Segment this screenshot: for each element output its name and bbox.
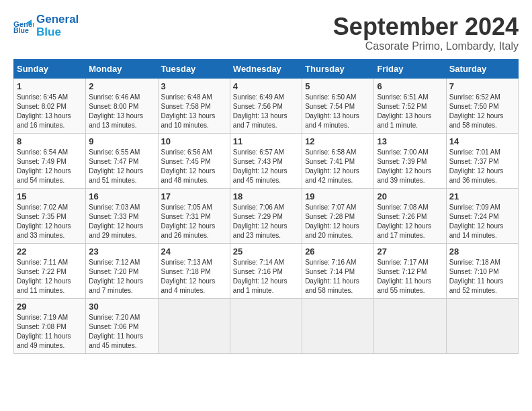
day-cell: 30Sunrise: 7:20 AM Sunset: 7:06 PM Dayli… (86, 298, 158, 353)
day-info: Sunrise: 6:51 AM Sunset: 7:52 PM Dayligh… (377, 93, 443, 130)
day-info: Sunrise: 7:16 AM Sunset: 7:14 PM Dayligh… (305, 258, 371, 295)
day-cell: 27Sunrise: 7:17 AM Sunset: 7:12 PM Dayli… (374, 243, 446, 298)
day-info: Sunrise: 6:46 AM Sunset: 8:00 PM Dayligh… (89, 93, 154, 130)
day-info: Sunrise: 7:11 AM Sunset: 7:22 PM Dayligh… (17, 258, 83, 295)
day-cell: 3Sunrise: 6:48 AM Sunset: 7:58 PM Daylig… (158, 78, 230, 133)
day-info: Sunrise: 7:08 AM Sunset: 7:26 PM Dayligh… (377, 203, 443, 240)
day-cell: 10Sunrise: 6:56 AM Sunset: 7:45 PM Dayli… (158, 133, 230, 188)
day-info: Sunrise: 7:12 AM Sunset: 7:20 PM Dayligh… (89, 258, 154, 295)
col-header-tuesday: Tuesday (158, 59, 230, 78)
day-number: 21 (449, 191, 515, 201)
day-number: 13 (377, 136, 443, 146)
col-header-wednesday: Wednesday (230, 59, 302, 78)
day-cell: 4Sunrise: 6:49 AM Sunset: 7:56 PM Daylig… (230, 78, 302, 133)
day-number: 14 (449, 136, 515, 146)
day-cell (230, 298, 302, 353)
day-number: 2 (89, 81, 154, 91)
day-cell: 23Sunrise: 7:12 AM Sunset: 7:20 PM Dayli… (86, 243, 158, 298)
day-cell: 15Sunrise: 7:02 AM Sunset: 7:35 PM Dayli… (14, 188, 86, 243)
day-cell: 25Sunrise: 7:14 AM Sunset: 7:16 PM Dayli… (230, 243, 302, 298)
day-cell: 28Sunrise: 7:18 AM Sunset: 7:10 PM Dayli… (446, 243, 518, 298)
day-info: Sunrise: 7:17 AM Sunset: 7:12 PM Dayligh… (377, 258, 443, 295)
day-number: 9 (89, 136, 154, 146)
day-cell: 1Sunrise: 6:45 AM Sunset: 8:02 PM Daylig… (14, 78, 86, 133)
day-info: Sunrise: 7:03 AM Sunset: 7:33 PM Dayligh… (89, 203, 154, 240)
day-cell: 7Sunrise: 6:52 AM Sunset: 7:50 PM Daylig… (446, 78, 518, 133)
day-info: Sunrise: 7:19 AM Sunset: 7:08 PM Dayligh… (17, 313, 83, 351)
day-cell: 13Sunrise: 7:00 AM Sunset: 7:39 PM Dayli… (374, 133, 446, 188)
day-info: Sunrise: 7:00 AM Sunset: 7:39 PM Dayligh… (377, 148, 443, 185)
day-cell: 5Sunrise: 6:50 AM Sunset: 7:54 PM Daylig… (302, 78, 374, 133)
day-number: 19 (305, 191, 371, 201)
day-cell: 12Sunrise: 6:58 AM Sunset: 7:41 PM Dayli… (302, 133, 374, 188)
day-cell: 18Sunrise: 7:06 AM Sunset: 7:29 PM Dayli… (230, 188, 302, 243)
day-number: 12 (305, 136, 371, 146)
day-cell: 2Sunrise: 6:46 AM Sunset: 8:00 PM Daylig… (86, 78, 158, 133)
day-number: 17 (161, 191, 227, 201)
title-block: September 2024 Casorate Primo, Lombardy,… (333, 13, 519, 52)
day-info: Sunrise: 7:02 AM Sunset: 7:35 PM Dayligh… (17, 203, 83, 240)
day-cell: 19Sunrise: 7:07 AM Sunset: 7:28 PM Dayli… (302, 188, 374, 243)
day-number: 4 (233, 81, 299, 91)
day-info: Sunrise: 6:48 AM Sunset: 7:58 PM Dayligh… (161, 93, 227, 130)
col-header-sunday: Sunday (14, 59, 86, 78)
logo-icon: General Blue (13, 18, 34, 34)
day-number: 18 (233, 191, 299, 201)
calendar-table: SundayMondayTuesdayWednesdayThursdayFrid… (13, 59, 519, 354)
day-cell: 24Sunrise: 7:13 AM Sunset: 7:18 PM Dayli… (158, 243, 230, 298)
day-number: 10 (161, 136, 227, 146)
logo-line2: Blue (36, 26, 79, 39)
day-info: Sunrise: 6:58 AM Sunset: 7:41 PM Dayligh… (305, 148, 371, 185)
day-cell (446, 298, 518, 353)
week-row-4: 29Sunrise: 7:19 AM Sunset: 7:08 PM Dayli… (14, 298, 519, 353)
day-cell: 17Sunrise: 7:05 AM Sunset: 7:31 PM Dayli… (158, 188, 230, 243)
day-cell: 21Sunrise: 7:09 AM Sunset: 7:24 PM Dayli… (446, 188, 518, 243)
svg-text:Blue: Blue (13, 26, 29, 34)
day-info: Sunrise: 7:06 AM Sunset: 7:29 PM Dayligh… (233, 203, 299, 240)
day-info: Sunrise: 6:54 AM Sunset: 7:49 PM Dayligh… (17, 148, 83, 185)
day-info: Sunrise: 7:20 AM Sunset: 7:06 PM Dayligh… (89, 313, 154, 351)
day-number: 26 (305, 246, 371, 257)
day-cell: 29Sunrise: 7:19 AM Sunset: 7:08 PM Dayli… (14, 298, 86, 353)
week-row-1: 8Sunrise: 6:54 AM Sunset: 7:49 PM Daylig… (14, 133, 519, 188)
day-cell: 26Sunrise: 7:16 AM Sunset: 7:14 PM Dayli… (302, 243, 374, 298)
page-header: General Blue General Blue September 2024… (13, 13, 519, 52)
day-number: 3 (161, 81, 227, 91)
day-cell: 8Sunrise: 6:54 AM Sunset: 7:49 PM Daylig… (14, 133, 86, 188)
day-info: Sunrise: 6:50 AM Sunset: 7:54 PM Dayligh… (305, 93, 371, 130)
day-info: Sunrise: 6:56 AM Sunset: 7:45 PM Dayligh… (161, 148, 227, 185)
day-cell (158, 298, 230, 353)
day-cell: 20Sunrise: 7:08 AM Sunset: 7:26 PM Dayli… (374, 188, 446, 243)
day-cell (302, 298, 374, 353)
day-info: Sunrise: 7:13 AM Sunset: 7:18 PM Dayligh… (161, 258, 227, 295)
day-info: Sunrise: 7:07 AM Sunset: 7:28 PM Dayligh… (305, 203, 371, 240)
day-cell (374, 298, 446, 353)
day-number: 20 (377, 191, 443, 201)
day-cell: 9Sunrise: 6:55 AM Sunset: 7:47 PM Daylig… (86, 133, 158, 188)
day-number: 24 (161, 246, 227, 257)
day-number: 29 (17, 302, 83, 312)
day-info: Sunrise: 6:55 AM Sunset: 7:47 PM Dayligh… (89, 148, 154, 185)
day-number: 27 (377, 246, 443, 257)
logo: General Blue General Blue (13, 13, 79, 38)
col-header-thursday: Thursday (302, 59, 374, 78)
day-info: Sunrise: 7:01 AM Sunset: 7:37 PM Dayligh… (449, 148, 515, 185)
week-row-2: 15Sunrise: 7:02 AM Sunset: 7:35 PM Dayli… (14, 188, 519, 243)
day-info: Sunrise: 6:52 AM Sunset: 7:50 PM Dayligh… (449, 93, 515, 130)
col-header-saturday: Saturday (446, 59, 518, 78)
day-number: 28 (449, 246, 515, 257)
day-number: 1 (17, 81, 83, 91)
day-number: 15 (17, 191, 83, 201)
week-row-0: 1Sunrise: 6:45 AM Sunset: 8:02 PM Daylig… (14, 78, 519, 133)
week-row-3: 22Sunrise: 7:11 AM Sunset: 7:22 PM Dayli… (14, 243, 519, 298)
calendar-title: September 2024 (333, 13, 519, 40)
day-info: Sunrise: 6:57 AM Sunset: 7:43 PM Dayligh… (233, 148, 299, 185)
day-info: Sunrise: 7:05 AM Sunset: 7:31 PM Dayligh… (161, 203, 227, 240)
day-number: 7 (449, 81, 515, 91)
day-number: 25 (233, 246, 299, 257)
day-cell: 22Sunrise: 7:11 AM Sunset: 7:22 PM Dayli… (14, 243, 86, 298)
day-number: 22 (17, 246, 83, 257)
day-cell: 16Sunrise: 7:03 AM Sunset: 7:33 PM Dayli… (86, 188, 158, 243)
day-cell: 11Sunrise: 6:57 AM Sunset: 7:43 PM Dayli… (230, 133, 302, 188)
calendar-subtitle: Casorate Primo, Lombardy, Italy (333, 40, 519, 52)
